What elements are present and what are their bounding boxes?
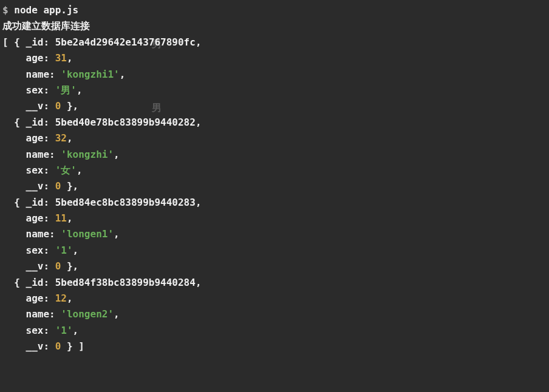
record-age-line: age: 32, xyxy=(2,130,547,146)
record-v-line: __v: 0 }, xyxy=(2,259,547,274)
record-name-line: name: 'kongzhi1', xyxy=(2,67,547,83)
command-line: $ node app.js xyxy=(2,2,547,18)
record-name-line: name: 'kongzhi', xyxy=(2,147,547,163)
record-name-line: name: 'longen2', xyxy=(2,306,547,322)
record-age-line: age: 11, xyxy=(2,211,547,226)
record-id-line: { _id: 5bed84f38bc83899b9440284, xyxy=(2,275,547,291)
record-id-line: { _id: 5bed84ec8bc83899b9440283, xyxy=(2,195,547,211)
record-id-line: { _id: 5bed40e78bc83899b9440282, xyxy=(2,115,547,130)
record-sex-line: sex: '1', xyxy=(2,243,547,259)
record-age-line: age: 31, xyxy=(2,50,547,66)
record-sex-line: sex: '女', xyxy=(2,163,547,178)
connection-message: 成功建立数据库连接 xyxy=(2,18,547,34)
command-text: node app.js xyxy=(14,4,78,16)
record-name-line: name: 'longen1', xyxy=(2,226,547,242)
record-v-line: __v: 0 } ] xyxy=(2,339,547,354)
record-id-line: [ { _id: 5be2a4d29642e143767890fc, xyxy=(2,35,547,50)
record-v-line: __v: 0 }, xyxy=(2,98,547,114)
record-sex-line: sex: '男', xyxy=(2,83,547,98)
record-age-line: age: 12, xyxy=(2,291,547,306)
records-output: [ { _id: 5be2a4d29642e143767890fc, age: … xyxy=(2,35,547,355)
record-sex-line: sex: '1', xyxy=(2,323,547,339)
terminal-output: $ node app.js 成功建立数据库连接 [ { _id: 5be2a4d… xyxy=(2,2,547,355)
prompt-symbol: $ xyxy=(2,4,14,16)
record-v-line: __v: 0 }, xyxy=(2,178,547,194)
